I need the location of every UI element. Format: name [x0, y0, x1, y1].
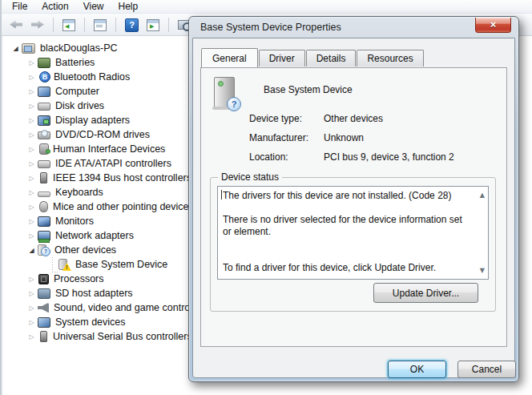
tree-item-label: SD host adapters: [55, 288, 133, 299]
toolbar-separator: [53, 18, 54, 32]
pc-icon: [22, 43, 35, 54]
expander-icon[interactable]: ▷: [26, 276, 38, 283]
dialog-body: GeneralDriverDetailsResources ? Base Sys…: [192, 38, 515, 378]
cancel-button[interactable]: Cancel: [457, 361, 516, 378]
toolbar-help-button[interactable]: [122, 16, 141, 34]
tab[interactable]: Details: [306, 50, 357, 67]
toolbar-forward-button[interactable]: [28, 16, 47, 34]
expander-icon[interactable]: ▷: [26, 131, 38, 139]
toolbar-back-button[interactable]: [6, 16, 26, 34]
scroll-up-icon[interactable]: ▲: [480, 191, 485, 199]
tree-item-label: blackDouglas-PC: [40, 42, 118, 54]
close-icon: ×: [490, 18, 497, 30]
expander-icon[interactable]: ▷: [26, 189, 38, 196]
general-tab-panel: ? Base System Device Device type: Other …: [200, 67, 507, 347]
expander-icon[interactable]: ▷: [26, 290, 38, 297]
tree-item-label: IDE ATA/ATAPI controllers: [55, 158, 171, 169]
toolbar-action-pane-button[interactable]: [143, 16, 163, 34]
expander-icon[interactable]: ▷: [26, 175, 38, 182]
sep-icon: [115, 18, 116, 31]
properties-icon: [93, 18, 107, 31]
expander-icon[interactable]: ▷: [26, 232, 38, 240]
tree-item-label: Other devices: [54, 244, 116, 256]
tree-item-label: Batteries: [55, 57, 95, 68]
toolbar-separator: [168, 18, 169, 32]
toolbar-console-tree-button[interactable]: [59, 16, 79, 34]
status-line: [223, 202, 472, 214]
sound-icon: [38, 303, 49, 313]
info-row: Location: PCI bus 9, device 3, function …: [249, 151, 500, 163]
tab[interactable]: Resources: [357, 50, 423, 67]
device-status-group: Device status The drivers for this devic…: [210, 177, 496, 312]
close-button[interactable]: ×: [475, 18, 511, 33]
expander-icon[interactable]: ▷: [26, 117, 38, 124]
device-status-field[interactable]: The drivers for this device are not inst…: [217, 186, 489, 280]
status-line: The drivers for this device are not inst…: [223, 190, 472, 202]
device-info: Device type: Other devices Manufacturer:…: [249, 113, 500, 171]
expander-icon[interactable]: ▷: [26, 333, 38, 341]
f1394-icon: [40, 172, 47, 183]
tree-item-label: Monitors: [55, 216, 94, 227]
expander-icon[interactable]: ▷: [26, 146, 38, 153]
tree-item-label: Bluetooth Radios: [54, 71, 130, 83]
menu-item[interactable]: View: [76, 0, 111, 13]
status-line: To find a driver for this device, click …: [223, 262, 472, 274]
scroll-down-icon[interactable]: ▼: [480, 267, 485, 274]
ide-icon: [38, 160, 50, 168]
toolbar-separator: [115, 18, 116, 32]
tree-item-label: Processors: [54, 273, 104, 284]
update-driver-button[interactable]: Update Driver...: [373, 283, 478, 303]
tab-strip: GeneralDriverDetailsResources: [201, 48, 425, 67]
keyboard-icon: [38, 191, 50, 197]
tab[interactable]: General: [201, 48, 258, 67]
dialog-title: Base System Device Properties: [200, 22, 341, 33]
device-status-text[interactable]: The drivers for this device are not inst…: [217, 186, 489, 280]
expander-icon[interactable]: ▷: [26, 319, 38, 326]
mouse-icon: [39, 201, 48, 212]
expander-icon[interactable]: ◢: [10, 45, 22, 52]
info-row: Device type: Other devices: [249, 113, 500, 124]
expander-icon[interactable]: ◢: [26, 247, 38, 254]
expander-icon[interactable]: ▷: [26, 59, 38, 67]
expander-icon[interactable]: ▷: [26, 88, 38, 95]
dvd-icon: [38, 131, 50, 139]
expander-icon[interactable]: ▷: [26, 204, 38, 211]
info-label: Device type:: [249, 113, 324, 124]
tree-item-label: Mice and other pointing devices: [53, 201, 194, 212]
group-title: Device status: [218, 171, 282, 183]
status-line: [223, 238, 472, 250]
text-caret: [221, 190, 222, 200]
disk-icon: [38, 103, 50, 111]
expander-icon[interactable]: ▷: [26, 74, 38, 81]
menu-item[interactable]: Help: [111, 0, 146, 13]
menu-item[interactable]: File: [5, 0, 34, 13]
bluetooth-icon: [39, 71, 50, 83]
ok-button[interactable]: OK: [388, 361, 446, 378]
expander-icon[interactable]: ▷: [26, 218, 38, 225]
expander-icon[interactable]: ▷: [26, 304, 38, 312]
console-tree-icon: [62, 18, 76, 31]
status-line: There is no driver selected for the devi…: [223, 214, 472, 238]
expander-icon[interactable]: ▷: [26, 160, 38, 167]
question-badge-icon: ?: [227, 97, 241, 111]
menu-item[interactable]: Action: [34, 0, 75, 13]
tab[interactable]: Driver: [259, 50, 305, 67]
status-line: [223, 250, 472, 262]
toolbar-properties-button[interactable]: [91, 16, 110, 34]
other-icon: [38, 244, 46, 256]
info-label: Location:: [249, 151, 324, 163]
tab-label: Driver: [269, 53, 295, 64]
tree-item-label: Universal Serial Bus controllers: [53, 331, 192, 342]
tree-item-label: System devices: [55, 316, 126, 328]
tab-label: Details: [316, 53, 346, 64]
sd-icon: [38, 288, 50, 299]
base-system-icon: [58, 259, 67, 270]
expander-icon[interactable]: ▷: [26, 103, 38, 110]
tree-item-label: Base System Device: [75, 259, 167, 270]
menu-bar: FileActionViewHelp: [2, 0, 532, 14]
device-manager-window: FileActionViewHelp ◢ blackDouglas-PC ▷ B…: [0, 0, 532, 395]
toolbar-separator: [84, 18, 85, 32]
sep-icon: [53, 18, 54, 31]
info-label: Manufacturer:: [249, 132, 324, 143]
tree-item-label: Keyboards: [55, 187, 103, 198]
